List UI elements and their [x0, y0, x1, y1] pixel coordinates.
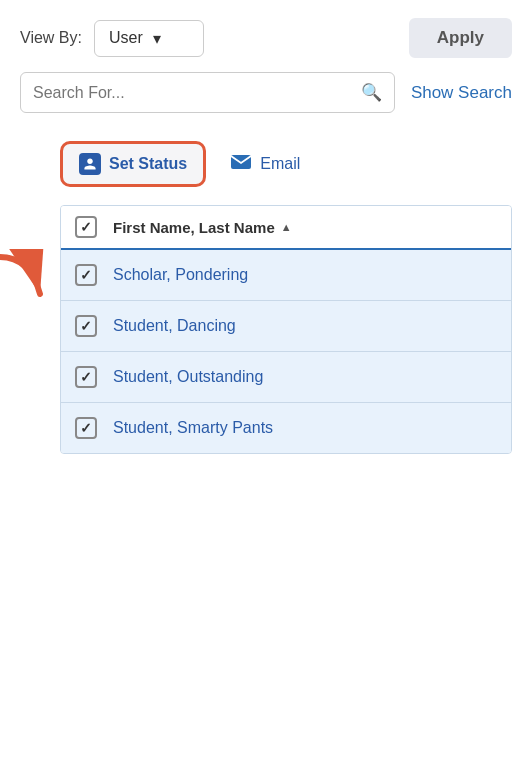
top-bar: View By: User ▾ Apply [0, 0, 532, 72]
view-by-label: View By: [20, 29, 82, 47]
search-icon: 🔍 [361, 82, 382, 103]
email-label: Email [260, 155, 300, 173]
search-row: 🔍 Show Search [0, 72, 532, 131]
row-checkbox-0[interactable]: ✓ [75, 264, 97, 286]
table-row: ✓ Student, Outstanding [61, 352, 511, 403]
red-arrow [0, 249, 50, 313]
row-name-0[interactable]: Scholar, Pondering [113, 266, 248, 284]
show-search-link[interactable]: Show Search [411, 83, 512, 103]
table-header-label: First Name, Last Name ▲ [113, 219, 292, 236]
search-input[interactable] [33, 84, 361, 102]
action-bar: Set Status Email [0, 131, 532, 197]
table-row: ✓ Student, Smarty Pants [61, 403, 511, 453]
email-icon [230, 154, 252, 175]
set-status-button[interactable]: Set Status [60, 141, 206, 187]
set-status-label: Set Status [109, 155, 187, 173]
view-by-value: User [109, 29, 143, 47]
table-row: ✓ Scholar, Pondering [61, 250, 511, 301]
row-checkmark-0: ✓ [80, 267, 92, 283]
email-button[interactable]: Email [230, 154, 300, 175]
header-checkbox[interactable]: ✓ [75, 216, 97, 238]
row-checkbox-3[interactable]: ✓ [75, 417, 97, 439]
header-checkmark: ✓ [80, 219, 92, 235]
row-name-3[interactable]: Student, Smarty Pants [113, 419, 273, 437]
person-icon [83, 157, 97, 171]
view-by-select[interactable]: User ▾ [94, 20, 204, 57]
row-checkmark-2: ✓ [80, 369, 92, 385]
row-checkmark-3: ✓ [80, 420, 92, 436]
apply-button[interactable]: Apply [409, 18, 512, 58]
row-name-2[interactable]: Student, Outstanding [113, 368, 263, 386]
chevron-down-icon: ▾ [153, 29, 161, 48]
user-table: ✓ First Name, Last Name ▲ ✓ Scholar, Pon… [60, 205, 512, 454]
sort-arrow-icon: ▲ [281, 221, 292, 233]
row-checkbox-2[interactable]: ✓ [75, 366, 97, 388]
table-header: ✓ First Name, Last Name ▲ [61, 206, 511, 250]
row-checkmark-1: ✓ [80, 318, 92, 334]
table-row: ✓ Student, Dancing [61, 301, 511, 352]
search-box: 🔍 [20, 72, 395, 113]
row-name-1[interactable]: Student, Dancing [113, 317, 236, 335]
row-checkbox-1[interactable]: ✓ [75, 315, 97, 337]
set-status-icon [79, 153, 101, 175]
